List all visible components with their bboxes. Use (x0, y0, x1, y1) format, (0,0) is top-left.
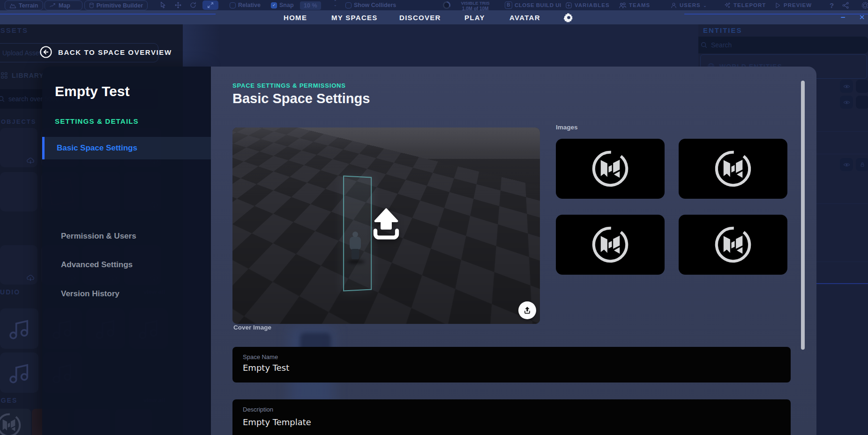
show-colliders-label: Show Colliders (354, 2, 396, 8)
minimize-button[interactable]: – (841, 10, 845, 24)
upload-icon (522, 305, 533, 316)
checkbox-icon (230, 2, 236, 8)
nav-avatar[interactable]: AVATAR (509, 10, 540, 24)
scene-avatar (348, 232, 365, 264)
nav-discover[interactable]: DISCOVER (399, 10, 441, 24)
nav-my-spaces[interactable]: MY SPACES (331, 10, 378, 24)
visibility-toggle (840, 158, 853, 171)
entities-search-input: Search (698, 37, 868, 53)
share-nodes-button[interactable] (842, 0, 850, 10)
lock-toggle (856, 80, 868, 93)
move-icon (174, 1, 182, 9)
entities-search-placeholder: Search (711, 41, 732, 49)
assets-panel-title: ASSETS (0, 26, 28, 34)
sidebar-item-label: Basic Space Settings (57, 143, 137, 153)
app-window: ASSETS Upload Assets LIBRARY search over… (0, 0, 868, 435)
build-toolbar: Terrain Map Primitive Builder Relative ✓ (0, 0, 868, 10)
active-indicator (42, 137, 45, 159)
teams-button[interactable]: TEAMS (619, 0, 650, 10)
asset-tile (0, 172, 37, 211)
space-name-input[interactable] (243, 363, 758, 373)
lock-toggle (856, 158, 868, 171)
cover-upload-button[interactable] (518, 301, 536, 319)
nav-home[interactable]: HOME (284, 10, 307, 24)
space-title: Empty Test (55, 83, 129, 99)
sidebar-item-basic-space-settings[interactable]: Basic Space Settings (42, 137, 211, 159)
snap-stepper[interactable]: ⌃ ⌄ (334, 0, 337, 10)
map-button[interactable]: Map (45, 0, 82, 10)
users-label: USERS (680, 2, 701, 8)
logo-icon (712, 148, 754, 189)
nav-play[interactable]: PLAY (464, 10, 485, 24)
logo-icon (590, 224, 631, 265)
description-field[interactable]: Description (232, 399, 791, 435)
upload-assets-label: Upload Assets (2, 49, 45, 57)
sidebar-item-advanced-settings[interactable]: Advanced Settings (42, 256, 211, 273)
preview-button[interactable]: PREVIEW (774, 0, 812, 10)
sidebar-item-version-history[interactable]: Version History (42, 285, 211, 302)
asset-tile (0, 128, 37, 167)
show-colliders-checkbox[interactable]: Show Colliders (345, 0, 396, 10)
variables-button[interactable]: VARIABLES (565, 0, 610, 10)
checkbox-icon (345, 2, 352, 8)
settings-partial-icon (861, 0, 868, 10)
cover-image-upload-area[interactable] (232, 128, 540, 324)
space-name-label: Space Name (243, 353, 278, 360)
help-button[interactable]: ? (830, 0, 834, 10)
settings-sidebar: Empty Test SETTINGS & DETAILS Basic Spac… (42, 67, 211, 435)
image-slot-2[interactable] (679, 139, 787, 199)
help-icon: ? (830, 1, 834, 9)
audio-section-label: AUDIO (0, 288, 20, 296)
cursor-icon (160, 1, 166, 9)
gear-outline-icon (861, 1, 868, 9)
drop-indicator (816, 283, 868, 284)
eye-icon (843, 99, 850, 106)
select-tool-button[interactable] (157, 0, 170, 10)
teleport-icon (724, 1, 731, 9)
snap-checkbox[interactable]: ✓ Snap (271, 0, 294, 10)
share-nodes-icon (842, 1, 850, 9)
audio-tile (0, 352, 38, 393)
top-nav: HOME MY SPACES DISCOVER PLAY AVATAR – ✕ (0, 10, 868, 24)
scale-tool-button[interactable] (202, 0, 218, 10)
relative-checkbox[interactable]: Relative (230, 0, 261, 10)
audio-tile (0, 308, 38, 349)
users-icon (670, 2, 677, 9)
visibility-toggle (840, 80, 853, 93)
sidebar-item-permission-users[interactable]: Permission & Users (42, 228, 211, 245)
back-label: BACK TO SPACE OVERVIEW (58, 48, 172, 56)
image-slot-4[interactable] (679, 215, 787, 275)
rotate-tool-button[interactable] (187, 0, 200, 10)
viewport-top-edge (0, 14, 216, 15)
back-to-space-overview-button[interactable]: BACK TO SPACE OVERVIEW (39, 45, 172, 59)
description-label: Description (243, 406, 273, 413)
sidebar-item-label: Version History (61, 289, 120, 299)
close-button[interactable]: ✕ (859, 10, 865, 24)
viewport-top-edge (684, 14, 868, 15)
teleport-button[interactable]: TELEPORT (724, 0, 766, 10)
close-build-ui-button[interactable]: B CLOSE BUILD UI (505, 0, 561, 10)
nav-settings-gear[interactable] (564, 10, 574, 24)
tris-gauge (442, 0, 451, 10)
library-label: LIBRARY (12, 72, 44, 79)
users-dropdown[interactable]: USERS ⌄ (670, 0, 707, 10)
image-asset-tile (0, 409, 31, 435)
modal-scrollbar[interactable] (801, 81, 805, 350)
move-tool-button[interactable] (172, 0, 185, 10)
snap-value-field[interactable]: 10 % (300, 0, 321, 11)
space-name-field[interactable]: Space Name (232, 347, 791, 382)
images-label: Images (556, 124, 578, 131)
sidebar-item-label: Permission & Users (61, 232, 136, 241)
snap-value: 10 % (300, 1, 321, 10)
visible-tris-label: VISIBLE TRIS (456, 1, 495, 6)
scale-icon (207, 1, 214, 9)
terrain-button[interactable]: Terrain (5, 0, 43, 10)
terrain-icon (9, 2, 16, 8)
image-slot-1[interactable] (556, 139, 665, 199)
b-key-badge: B (505, 1, 512, 9)
image-slot-3[interactable] (556, 215, 665, 275)
asset-tile (0, 245, 37, 285)
description-input[interactable] (243, 417, 758, 427)
settings-section-label: SETTINGS & DETAILS (55, 117, 139, 125)
primitive-builder-button[interactable]: Primitive Builder (84, 0, 148, 10)
